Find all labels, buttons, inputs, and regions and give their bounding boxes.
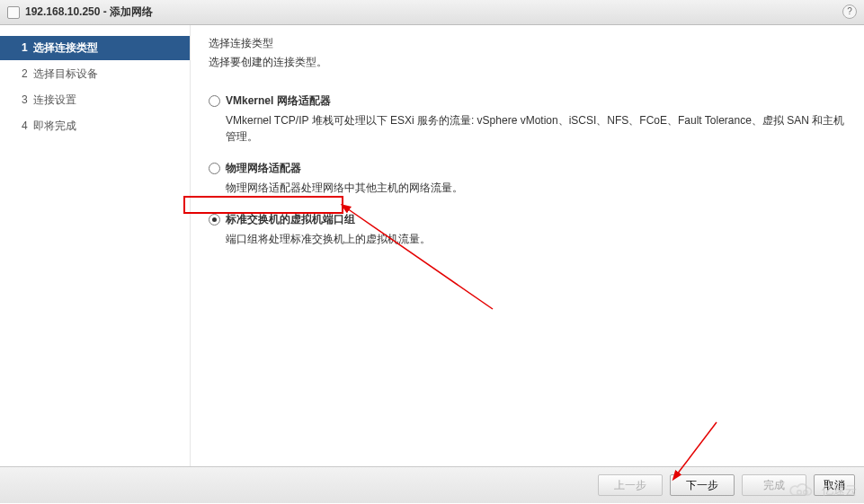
option-label: VMkernel 网络适配器: [226, 93, 331, 109]
radio-row[interactable]: 标准交换机的虚拟机端口组: [209, 212, 846, 227]
step-label: 选择目标设备: [33, 67, 98, 80]
window-title: 192.168.10.250 - 添加网络: [25, 4, 153, 20]
next-button[interactable]: 下一步: [670, 474, 735, 496]
step-number: 1: [22, 41, 28, 54]
cancel-button[interactable]: 取消: [814, 474, 855, 496]
wizard-step-2[interactable]: 2选择目标设备: [0, 62, 190, 86]
step-number: 4: [22, 119, 28, 132]
help-button[interactable]: ?: [842, 4, 857, 19]
radio-row[interactable]: 物理网络适配器: [209, 161, 846, 176]
wizard-content: 选择连接类型 选择要创建的连接类型。 VMkernel 网络适配器 VMkern…: [191, 25, 864, 466]
step-number: 2: [22, 67, 28, 80]
wizard-step-1[interactable]: 1选择连接类型: [0, 36, 190, 60]
step-label: 即将完成: [33, 119, 76, 132]
radio-row[interactable]: VMkernel 网络适配器: [209, 93, 846, 109]
back-button: 上一步: [598, 474, 663, 496]
page-subheading: 选择要创建的连接类型。: [209, 55, 846, 70]
option-physical-adapter[interactable]: 物理网络适配器 物理网络适配器处理网络中其他主机的网络流量。: [209, 161, 846, 196]
annotation-box: [183, 196, 343, 214]
step-number: 3: [22, 93, 28, 106]
option-desc: 端口组将处理标准交换机上的虚拟机流量。: [226, 231, 846, 247]
wizard-step-3[interactable]: 3连接设置: [0, 88, 190, 112]
finish-button: 完成: [742, 474, 806, 496]
window-titlebar: 192.168.10.250 - 添加网络 ?: [0, 0, 864, 25]
wizard-sidebar: 1选择连接类型 2选择目标设备 3连接设置 4即将完成: [0, 25, 191, 466]
step-label: 选择连接类型: [33, 41, 98, 54]
radio-icon[interactable]: [209, 95, 220, 107]
step-label: 连接设置: [33, 93, 76, 106]
page-heading: 选择连接类型: [209, 36, 846, 51]
option-desc: 物理网络适配器处理网络中其他主机的网络流量。: [226, 180, 846, 196]
option-label: 物理网络适配器: [226, 161, 301, 176]
option-vmkernel[interactable]: VMkernel 网络适配器 VMkernel TCP/IP 堆栈可处理以下 E…: [209, 93, 846, 145]
radio-icon[interactable]: [209, 214, 220, 225]
option-standard-switch-portgroup[interactable]: 标准交换机的虚拟机端口组 端口组将处理标准交换机上的虚拟机流量。: [209, 212, 846, 247]
wizard-footer: 上一步 下一步 完成 取消: [0, 467, 864, 503]
option-label: 标准交换机的虚拟机端口组: [226, 212, 355, 227]
wizard-body: 1选择连接类型 2选择目标设备 3连接设置 4即将完成 选择连接类型 选择要创建…: [0, 25, 864, 467]
radio-icon[interactable]: [209, 163, 220, 174]
wizard-step-4[interactable]: 4即将完成: [0, 114, 190, 138]
option-desc: VMkernel TCP/IP 堆栈可处理以下 ESXi 服务的流量: vSph…: [226, 112, 846, 145]
host-icon: [7, 6, 20, 19]
